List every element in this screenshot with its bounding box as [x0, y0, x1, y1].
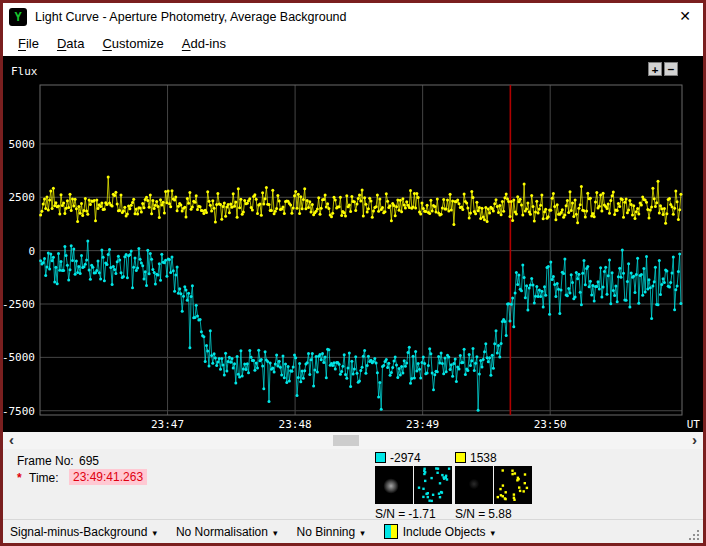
time-marker-asterisk: * — [17, 471, 22, 485]
axis-labels: Flux500025000-2500-5000-750023:4723:4823… — [3, 65, 700, 431]
close-icon[interactable]: ✕ — [667, 3, 703, 30]
series-color-swatch — [455, 452, 466, 463]
chart-zoom-controls: + − — [648, 62, 678, 76]
y-tick-label: 5000 — [9, 138, 36, 151]
window: Y Light Curve - Aperture Photometry, Ave… — [0, 0, 706, 546]
scroll-left-icon[interactable]: ‹ — [9, 432, 14, 449]
zoom-in-button[interactable]: + — [648, 62, 662, 76]
target-summary-cyan: -2974 S/N =-1.71 — [375, 451, 453, 517]
menu-item-file[interactable]: File — [9, 32, 48, 55]
chart-area[interactable]: Flux500025000-2500-5000-750023:4723:4823… — [3, 56, 703, 432]
chart-scrollbar[interactable]: ‹ › — [3, 432, 703, 449]
frame-no-value: 695 — [79, 454, 99, 468]
zoom-out-button[interactable]: − — [664, 62, 678, 76]
x-tick-label: 23:47 — [151, 418, 184, 431]
time-label: Time: — [29, 471, 59, 485]
reduction-mode-dropdown[interactable]: Signal-minus-Background ▾ — [10, 525, 157, 539]
menu-item-data[interactable]: Data — [48, 32, 93, 55]
y-tick-label: 0 — [28, 245, 35, 258]
menu-item-addins[interactable]: Add-ins — [173, 32, 235, 55]
status-bar: Signal-minus-Background ▾ No Normalisati… — [3, 519, 703, 543]
y-tick-label: -7500 — [3, 405, 35, 418]
include-objects-icon — [384, 524, 398, 539]
dropdown-arrow-icon: ▾ — [273, 526, 278, 538]
star-image-thumbnail — [375, 466, 413, 504]
y-tick-label: -2500 — [3, 298, 35, 311]
star-image-thumbnail — [455, 466, 493, 504]
y-tick-label: 2500 — [9, 191, 36, 204]
app-icon-glyph: Y — [14, 10, 21, 24]
title-bar: Y Light Curve - Aperture Photometry, Ave… — [3, 3, 703, 30]
x-tick-label: 23:49 — [406, 418, 439, 431]
dropdown-arrow-icon: ▾ — [360, 526, 365, 538]
x-tick-label: 23:48 — [279, 418, 312, 431]
binning-dropdown[interactable]: No Binning ▾ — [297, 525, 365, 539]
flux-axis-title: Flux — [11, 65, 38, 78]
dropdown-arrow-icon: ▾ — [490, 526, 495, 538]
pixel-map-thumbnail — [414, 466, 452, 504]
ut-axis-label: UT — [687, 418, 701, 431]
plot-border — [40, 85, 682, 415]
target-summary-yellow: 1538 S/N =5.88 — [455, 451, 533, 517]
light-curve-plot[interactable]: Flux500025000-2500-5000-750023:4723:4823… — [3, 56, 703, 432]
pixel-map-thumbnail — [494, 466, 532, 504]
frame-no-label: Frame No: — [17, 454, 74, 468]
intensity-value: -2974 — [390, 451, 421, 465]
dropdown-arrow-icon: ▾ — [152, 526, 157, 538]
series-comparison — [39, 176, 682, 227]
app-icon[interactable]: Y — [9, 8, 27, 26]
menu-item-customize[interactable]: Customize — [93, 32, 172, 55]
normalisation-dropdown[interactable]: No Normalisation ▾ — [176, 525, 278, 539]
info-panel: Frame No: 695 * Time: 23:49:41.263 -2974… — [3, 449, 703, 519]
current-time-value: 23:49:41.263 — [69, 469, 147, 485]
window-title: Light Curve - Aperture Photometry, Avera… — [35, 10, 347, 24]
resize-grip[interactable] — [688, 529, 701, 542]
x-tick-label: 23:50 — [534, 418, 567, 431]
scroll-right-icon[interactable]: › — [692, 432, 697, 449]
series-target — [39, 239, 682, 411]
intensity-value: 1538 — [470, 451, 497, 465]
series-color-swatch — [375, 452, 386, 463]
menu-bar: File Data Customize Add-ins — [3, 30, 703, 56]
y-tick-label: -5000 — [3, 351, 35, 364]
include-objects-dropdown[interactable]: Include Objects ▾ — [384, 524, 495, 539]
grid-lines — [40, 85, 682, 415]
scroll-thumb[interactable] — [333, 435, 359, 446]
